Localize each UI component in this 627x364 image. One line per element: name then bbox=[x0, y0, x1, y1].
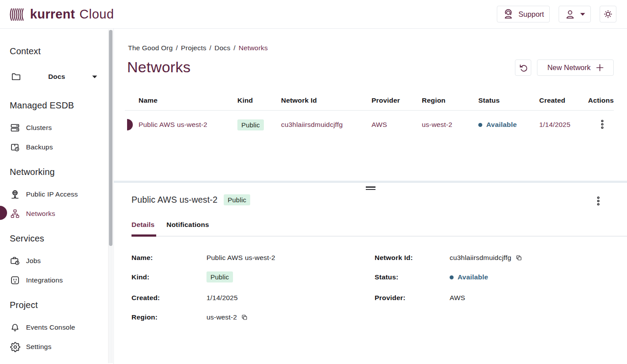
detail-panel-header: Public AWS us-west-2 Public bbox=[131, 194, 250, 205]
plus-icon bbox=[596, 64, 604, 71]
panel-divider bbox=[114, 181, 627, 183]
detail-panel-title: Public AWS us-west-2 bbox=[131, 195, 218, 205]
status-badge: Available bbox=[450, 273, 488, 281]
panel-resize-handle[interactable] bbox=[366, 186, 375, 191]
sidebar-item-backups[interactable]: Backups bbox=[6, 140, 108, 154]
cell-name[interactable]: Public AWS us-west-2 bbox=[139, 121, 237, 129]
sidebar-heading-project: Project bbox=[10, 300, 38, 310]
sidebar-item-label: Integrations bbox=[26, 276, 63, 284]
sidebar-heading-context: Context bbox=[10, 46, 41, 56]
sidebar-heading-managed-esdb: Managed ESDB bbox=[10, 100, 74, 111]
table-row[interactable]: Public AWS us-west-2 Public cu3hlaiirsdm… bbox=[125, 111, 614, 139]
field-kind: Kind: Public bbox=[131, 271, 233, 282]
refresh-button[interactable] bbox=[515, 59, 531, 76]
row-actions-menu-button[interactable] bbox=[599, 119, 606, 130]
active-tab-underline bbox=[131, 234, 156, 237]
status-dot-icon bbox=[478, 123, 482, 127]
copy-region-button[interactable] bbox=[241, 314, 248, 321]
support-headset-icon bbox=[503, 8, 514, 20]
status-badge: Available bbox=[478, 121, 517, 129]
field-value: us-west-2 bbox=[206, 313, 237, 321]
main-content: The Good Org/Projects/Docs/Networks Netw… bbox=[114, 29, 627, 364]
integrations-icon bbox=[10, 275, 20, 286]
support-label: Support bbox=[518, 10, 544, 19]
field-provider: Provider: AWS bbox=[375, 294, 465, 302]
field-label: Network Id: bbox=[375, 254, 450, 262]
networks-table: Name Kind Network Id Provider Region Sta… bbox=[125, 90, 614, 139]
jobs-icon bbox=[10, 256, 20, 266]
sidebar-item-label: Jobs bbox=[26, 257, 41, 265]
sidebar-item-label: Events Console bbox=[26, 323, 75, 331]
logo-wave-icon bbox=[9, 6, 26, 23]
field-label: Provider: bbox=[375, 294, 450, 302]
gear-icon bbox=[10, 342, 20, 352]
column-header-network-id: Network Id bbox=[281, 97, 372, 104]
networks-icon bbox=[10, 208, 20, 219]
sidebar-scrollbar bbox=[108, 30, 113, 363]
column-header-status: Status bbox=[478, 97, 539, 104]
sidebar-heading-networking: Networking bbox=[10, 167, 55, 177]
field-value: AWS bbox=[450, 294, 465, 302]
page-title: Networks bbox=[127, 59, 191, 76]
detail-kind-badge: Public bbox=[224, 194, 250, 205]
field-label: Kind: bbox=[131, 273, 206, 281]
sidebar-item-integrations[interactable]: Integrations bbox=[6, 273, 108, 287]
cell-kind: Public bbox=[237, 119, 281, 130]
sidebar-item-networks[interactable]: Networks bbox=[6, 207, 108, 221]
sidebar-item-public-ip-access[interactable]: Public IP Access bbox=[6, 187, 108, 201]
folder-icon bbox=[11, 71, 21, 82]
sidebar-item-settings[interactable]: Settings bbox=[6, 340, 108, 354]
column-header-kind: Kind bbox=[237, 97, 281, 104]
breadcrumb-current: Networks bbox=[239, 44, 268, 52]
kind-badge: Public bbox=[206, 271, 233, 282]
public-ip-access-icon bbox=[10, 189, 20, 200]
bell-icon bbox=[10, 322, 20, 333]
field-label: Region: bbox=[131, 313, 206, 321]
theme-toggle-button[interactable] bbox=[600, 6, 616, 22]
column-header-actions: Actions bbox=[587, 97, 614, 104]
field-value: Public AWS us-west-2 bbox=[206, 254, 275, 262]
sidebar-scrollbar-thumb[interactable] bbox=[109, 30, 113, 246]
user-icon bbox=[564, 8, 576, 20]
sidebar-item-clusters[interactable]: Clusters bbox=[6, 121, 108, 135]
refresh-icon bbox=[518, 63, 528, 73]
breadcrumb-separator: / bbox=[176, 44, 178, 52]
context-selector[interactable]: Docs bbox=[6, 68, 103, 85]
status-dot-icon bbox=[450, 275, 454, 279]
cell-region: us-west-2 bbox=[422, 121, 478, 129]
field-label: Status: bbox=[375, 273, 450, 281]
breadcrumb-org-link[interactable]: The Good Org bbox=[128, 44, 173, 52]
topbar-actions: Support bbox=[497, 6, 616, 22]
tab-details[interactable]: Details bbox=[131, 221, 154, 229]
sidebar-item-events-console[interactable]: Events Console bbox=[6, 320, 108, 334]
cell-network-id: cu3hlaiirsdmuidcjffg bbox=[281, 121, 372, 129]
breadcrumb-projects-link[interactable]: Projects bbox=[181, 44, 206, 52]
column-header-provider: Provider bbox=[372, 97, 422, 104]
cell-status: Available bbox=[478, 121, 539, 129]
sidebar-item-jobs[interactable]: Jobs bbox=[6, 254, 108, 268]
field-network-id: Network Id: cu3hlaiirsdmuidcjffg bbox=[375, 254, 522, 262]
kind-badge: Public bbox=[237, 119, 264, 130]
new-network-button[interactable]: New Network bbox=[537, 59, 614, 76]
app-window: kurrent Cloud Support bbox=[0, 0, 627, 364]
field-value: cu3hlaiirsdmuidcjffg bbox=[450, 254, 511, 262]
breadcrumb-docs-link[interactable]: Docs bbox=[214, 44, 230, 52]
panel-actions-menu-button[interactable] bbox=[595, 195, 602, 207]
column-header-created: Created bbox=[539, 97, 587, 104]
logo-suffix: Cloud bbox=[79, 7, 114, 22]
sidebar-item-label: Public IP Access bbox=[26, 190, 78, 198]
status-label: Available bbox=[458, 273, 488, 281]
copy-network-id-button[interactable] bbox=[515, 254, 522, 261]
field-value: 1/14/2025 bbox=[206, 294, 238, 302]
cell-created: 1/14/2025 bbox=[539, 121, 587, 129]
tab-notifications[interactable]: Notifications bbox=[166, 221, 209, 229]
clusters-icon bbox=[10, 123, 20, 133]
sidebar: Context Docs Managed ESDB Clusters bbox=[0, 29, 114, 364]
copy-icon bbox=[515, 254, 522, 261]
sidebar-item-label: Networks bbox=[26, 210, 55, 218]
sidebar-heading-services: Services bbox=[10, 234, 44, 244]
support-button[interactable]: Support bbox=[497, 6, 550, 22]
field-label: Name: bbox=[131, 254, 206, 262]
user-menu-button[interactable] bbox=[559, 6, 591, 22]
sidebar-item-label: Settings bbox=[26, 343, 52, 351]
